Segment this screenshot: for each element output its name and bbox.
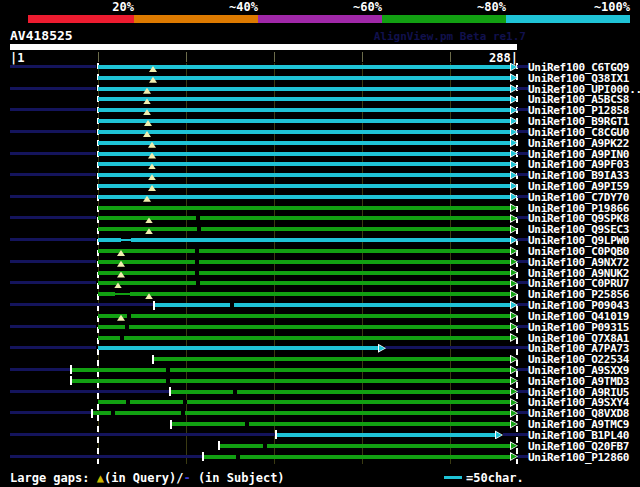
gap-region-line [121,239,131,241]
subject-extent-line [10,411,91,414]
subject-gap-tick [195,260,199,264]
scale-percent-label: ~80% [477,0,506,14]
alignment-bar[interactable] [98,260,510,264]
alignment-bar[interactable] [98,281,510,285]
subject-extent-line [517,65,528,68]
alignment-bar[interactable] [98,336,510,340]
app-version-label: AlignView.pm Beta re1.7 [374,30,526,43]
alignment-bar[interactable] [98,184,510,188]
query-id-label: AV418525 [10,28,73,43]
scale-percent-label: 20% [112,0,134,14]
subject-extent-line [10,238,96,241]
alignment-bar[interactable] [204,455,510,459]
subject-gap-tick [126,400,130,404]
scale-percent-label: ~100% [594,0,630,14]
alignment-bar[interactable] [155,303,510,307]
subject-extent-line [10,216,96,219]
subject-extent-line [10,325,96,328]
alignment-bar[interactable] [98,119,510,123]
subject-extent-line [10,173,96,176]
subject-extent-line [10,195,96,198]
subject-gap-tick [183,400,187,404]
subject-extent-line [10,87,96,90]
alignment-bar[interactable] [98,400,510,404]
alignment-bar[interactable] [98,314,510,318]
gap-triangle-legend-icon: ▲ [97,471,104,485]
alignment-bar[interactable] [98,141,510,145]
alignment-bar[interactable] [72,368,510,372]
alignment-bar[interactable] [98,325,510,329]
subject-start-tick [70,365,72,374]
alignment-bar[interactable] [154,357,510,361]
subject-extent-line [10,65,96,68]
subject-gap-tick [233,390,237,394]
alignment-bar[interactable] [98,271,510,275]
subject-gap-tick [245,422,249,426]
gap-legend: Large gaps: ▲(in Query)/- (in Subject) [10,471,285,485]
alignment-bar[interactable] [98,249,510,253]
scale-color-segment [134,15,258,23]
scale-color-segment [506,15,630,23]
ruler-tick [450,52,451,62]
alignment-bar[interactable] [93,411,510,415]
alignment-bar[interactable] [277,433,495,437]
alignment-bar[interactable] [172,422,510,426]
scale-swatch-icon [444,476,462,479]
alignment-bar[interactable] [98,227,510,231]
ruler-start-label: |1 [10,51,24,65]
subject-extent-line [385,346,528,349]
subject-extent-line [517,325,528,328]
subject-start-tick [91,409,93,418]
alignment-bar[interactable] [98,238,510,242]
subject-start-tick [202,452,204,461]
subject-extent-line [517,173,528,176]
subject-extent-line [10,390,169,393]
alignment-bar[interactable] [98,108,510,112]
subject-start-tick [170,420,172,429]
subject-extent-line [517,152,528,155]
subject-extent-line [10,433,275,436]
alignment-bar[interactable] [98,87,510,91]
subject-gap-tick [196,216,200,220]
ruler-end-label: 288| [489,51,518,65]
scale-percent-label: ~60% [353,0,382,14]
alignment-bar[interactable] [98,195,510,199]
ruler-tick [186,52,187,62]
subject-extent-line [517,238,528,241]
alignment-bar[interactable] [98,292,510,296]
subject-extent-line [10,130,96,133]
subject-start-tick [275,430,277,439]
alignment-bar[interactable] [98,216,510,220]
subject-extent-line [10,108,96,111]
subject-start-tick [152,355,154,364]
alignment-bar[interactable] [72,379,510,383]
alignment-bar[interactable] [171,390,510,394]
alignment-bar[interactable] [98,162,510,166]
gap-legend-query-text: (in Query)/ [104,471,183,485]
subject-extent-line [517,216,528,219]
query-end-boundary-line [516,63,518,464]
hit-label[interactable]: UniRef100_P12860 [528,451,629,464]
subject-gap-tick [236,455,240,459]
subject-gap-tick [230,303,234,307]
alignment-bar[interactable] [98,346,378,350]
alignment-bar[interactable] [98,173,510,177]
subject-gap-tick [120,336,124,340]
query-sequence-bar [10,44,517,50]
alignment-bar[interactable] [98,76,510,80]
subject-gap-tick [263,444,267,448]
subject-gap-tick [127,314,131,318]
alignment-bar[interactable] [98,206,510,210]
gap-legend-subject-text: (in Subject) [191,471,285,485]
subject-gap-tick [111,411,115,415]
scale-percent-label: ~40% [229,0,258,14]
subject-extent-line [10,346,96,349]
subject-gap-tick [166,368,170,372]
alignment-bar[interactable] [98,65,510,69]
scale-color-segment [382,15,506,23]
subject-gap-tick [181,411,185,415]
scale-note-label: =50char. [466,471,524,485]
alignment-bar[interactable] [98,130,510,134]
alignment-bar[interactable] [98,97,510,101]
alignment-bar[interactable] [98,152,510,156]
